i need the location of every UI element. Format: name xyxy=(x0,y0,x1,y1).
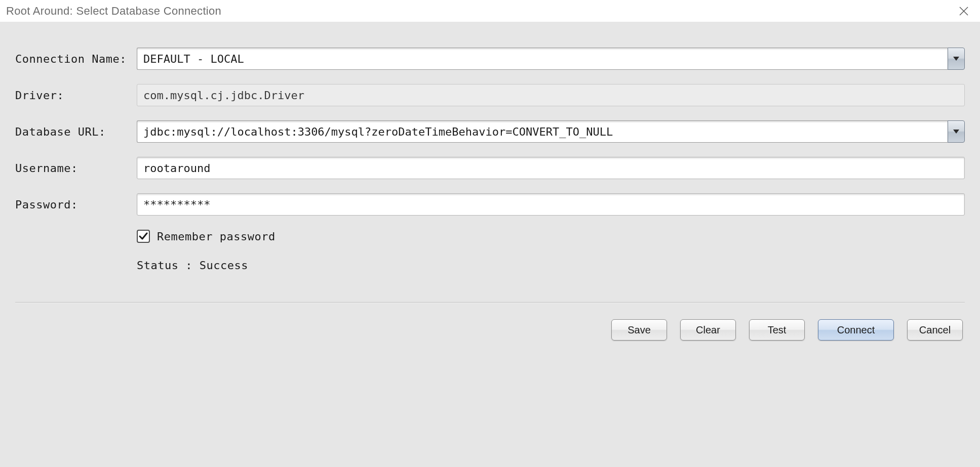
database-url-dropdown-button[interactable] xyxy=(948,120,965,143)
close-icon xyxy=(959,7,968,16)
chevron-down-icon xyxy=(953,130,959,134)
row-username: Username: xyxy=(15,157,965,179)
label-driver: Driver: xyxy=(15,89,137,102)
database-url-combo[interactable] xyxy=(137,120,965,143)
connection-name-combo[interactable] xyxy=(137,48,965,70)
row-connection-name: Connection Name: xyxy=(15,48,965,70)
driver-input xyxy=(137,84,965,106)
close-button[interactable] xyxy=(956,3,972,19)
connection-name-dropdown-button[interactable] xyxy=(948,48,965,70)
chevron-down-icon xyxy=(953,57,959,61)
row-database-url: Database URL: xyxy=(15,120,965,143)
label-connection-name: Connection Name: xyxy=(15,53,137,65)
remember-password-label: Remember password xyxy=(157,230,276,243)
test-button[interactable]: Test xyxy=(749,319,805,341)
window-title: Root Around: Select Database Connection xyxy=(6,5,221,18)
label-username: Username: xyxy=(15,162,137,175)
database-url-input[interactable] xyxy=(137,120,948,143)
status-text: Status : Success xyxy=(137,259,965,272)
row-remember-password: Remember password xyxy=(137,230,965,243)
cancel-button[interactable]: Cancel xyxy=(907,319,963,341)
check-icon xyxy=(139,232,148,241)
row-driver: Driver: xyxy=(15,84,965,106)
remember-password-checkbox[interactable] xyxy=(137,230,150,243)
password-input[interactable] xyxy=(137,193,965,216)
save-button[interactable]: Save xyxy=(611,319,667,341)
label-password: Password: xyxy=(15,198,137,211)
connection-name-input[interactable] xyxy=(137,48,948,70)
separator xyxy=(15,302,965,303)
dialog-body: Connection Name: Driver: Da xyxy=(0,22,980,467)
label-database-url: Database URL: xyxy=(15,125,137,138)
svg-marker-2 xyxy=(953,57,959,61)
connection-form: Connection Name: Driver: Da xyxy=(15,48,965,341)
titlebar: Root Around: Select Database Connection xyxy=(0,0,980,22)
username-input[interactable] xyxy=(137,157,965,179)
connect-button[interactable]: Connect xyxy=(818,319,894,341)
svg-marker-3 xyxy=(953,130,959,134)
row-password: Password: xyxy=(15,193,965,216)
button-bar: Save Clear Test Connect Cancel xyxy=(15,319,965,341)
clear-button[interactable]: Clear xyxy=(680,319,736,341)
